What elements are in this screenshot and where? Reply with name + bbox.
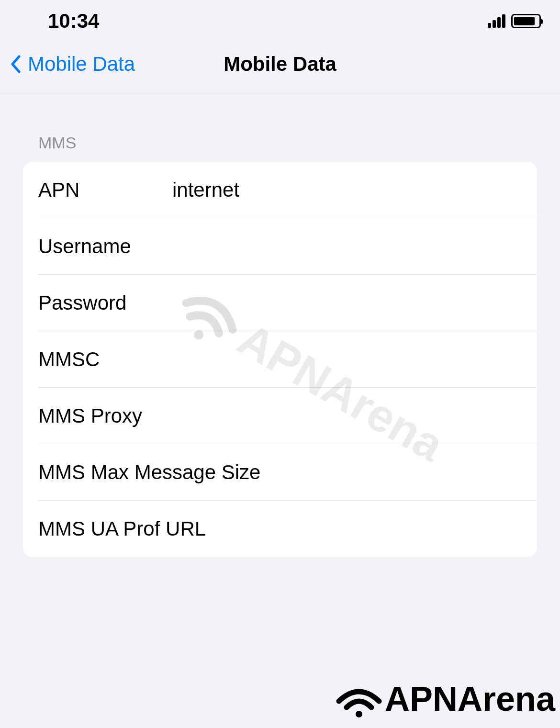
username-input[interactable]: [172, 235, 537, 258]
row-label: MMS Max Message Size: [38, 461, 260, 484]
bottom-logo-text: APNArena: [385, 679, 555, 718]
back-label: Mobile Data: [28, 53, 135, 76]
mms-max-size-input[interactable]: [260, 461, 537, 484]
back-button[interactable]: Mobile Data: [10, 53, 135, 76]
page-title: Mobile Data: [224, 53, 336, 76]
row-label: MMS UA Prof URL: [38, 517, 206, 540]
status-bar: 10:34: [0, 0, 560, 43]
bottom-logo: APNArena: [335, 679, 555, 718]
svg-point-1: [356, 711, 362, 717]
settings-group-mms: APN Username Password MMSC MMS P: [23, 162, 537, 557]
settings-row-mms-proxy[interactable]: MMS Proxy: [38, 388, 537, 444]
row-label: Username: [38, 235, 172, 258]
battery-icon: [511, 14, 541, 28]
status-time: 10:34: [48, 10, 99, 33]
cellular-signal-icon: [488, 14, 505, 28]
mmsc-input[interactable]: [172, 348, 537, 371]
settings-row-mms-max-size[interactable]: MMS Max Message Size: [38, 444, 537, 501]
row-label: APN: [38, 179, 172, 202]
mms-ua-prof-input[interactable]: [206, 517, 537, 540]
wifi-icon: [335, 680, 383, 718]
row-label: Password: [38, 291, 172, 314]
content-area: MMS APN Username Password MMSC: [0, 95, 560, 557]
password-input[interactable]: [172, 291, 537, 314]
chevron-left-icon: [10, 55, 21, 74]
settings-row-username[interactable]: Username: [38, 218, 537, 275]
row-label: MMS Proxy: [38, 404, 172, 427]
settings-row-mmsc[interactable]: MMSC: [38, 331, 537, 388]
settings-row-password[interactable]: Password: [38, 275, 537, 331]
row-label: MMSC: [38, 348, 172, 371]
navigation-bar: Mobile Data Mobile Data: [0, 43, 560, 95]
status-icons: [488, 14, 541, 28]
settings-row-apn[interactable]: APN: [38, 162, 537, 218]
section-header-mms: MMS: [23, 124, 537, 162]
settings-row-mms-ua-prof[interactable]: MMS UA Prof URL: [38, 501, 537, 557]
mms-proxy-input[interactable]: [172, 404, 537, 427]
apn-input[interactable]: [172, 179, 537, 202]
